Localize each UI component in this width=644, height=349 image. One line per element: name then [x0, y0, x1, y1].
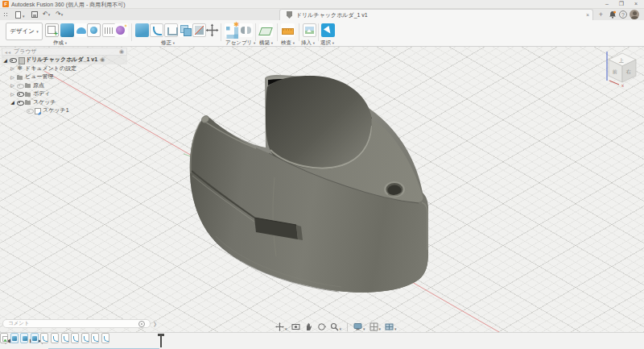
timeline-feature-fillet[interactable]: [101, 333, 109, 343]
browser-options-icon[interactable]: ◉: [119, 48, 124, 55]
fillet-button[interactable]: [150, 23, 163, 37]
zoom-tool[interactable]: ▾: [330, 322, 342, 331]
title-bar: F Autodesk Fusion 360 (個人用 - 商用利用不可) – ❐…: [0, 0, 644, 9]
fusion360-window: 上 前 右 x F Autodesk Fusion 360 (個人用 - 商用利…: [0, 0, 644, 349]
expand-icon[interactable]: ◢: [9, 99, 16, 105]
browser-row-bodies[interactable]: ▷ ボディ: [2, 89, 127, 98]
create-form-button[interactable]: [114, 23, 128, 37]
fusion-logo-icon: F: [2, 1, 9, 7]
document-tab[interactable]: ドリルチャックホルダ_1 v1 ×: [279, 9, 593, 20]
panel-label-insert[interactable]: 挿入 ▾: [301, 39, 315, 47]
pan-tool[interactable]: [304, 322, 313, 331]
viewports[interactable]: ▾: [385, 322, 397, 331]
timeline-feature-fillet[interactable]: [91, 333, 99, 343]
timeline-feature-fillet[interactable]: [71, 333, 79, 343]
timeline-feature-extrude[interactable]: [20, 333, 28, 343]
comment-marker-icon[interactable]: [138, 321, 145, 327]
select-button[interactable]: [321, 23, 335, 37]
panel-label-create[interactable]: 作成 ▾: [53, 39, 67, 47]
browser-row-view-management[interactable]: ▷ ビュー管理: [2, 73, 127, 81]
caret-icon: ▾: [394, 326, 397, 331]
measure-button[interactable]: [281, 23, 295, 37]
timeline-playhead[interactable]: [160, 334, 162, 347]
grid-and-snaps[interactable]: ▾: [369, 322, 382, 331]
visibility-eye-icon[interactable]: [16, 81, 23, 89]
look-at-tool[interactable]: [291, 322, 300, 331]
group-separator: [131, 23, 132, 41]
shell-button[interactable]: [164, 23, 178, 37]
group-separator: [255, 23, 256, 41]
joint-button[interactable]: [239, 23, 253, 37]
expand-icon[interactable]: ▷: [9, 74, 16, 80]
create-sketch-button[interactable]: [45, 23, 59, 37]
browser-collapse-icon[interactable]: ◂◂: [5, 49, 11, 55]
combine-button[interactable]: [179, 23, 192, 37]
expand-icon[interactable]: ◢: [2, 57, 9, 63]
timeline-feature-extrude[interactable]: [10, 333, 19, 343]
insert-button[interactable]: [303, 23, 316, 37]
minimize-button[interactable]: –: [601, 0, 613, 8]
browser-row-document-settings[interactable]: ▷ ✱ ドキュメントの設定: [2, 64, 127, 73]
timeline-feature-sketch[interactable]: [0, 333, 8, 343]
browser-header[interactable]: ◂◂ ブラウザ ◉: [2, 48, 127, 56]
timeline-feature-fillet[interactable]: [81, 333, 89, 343]
browser-row-document[interactable]: ◢ ドリルチャックホルダ_1 v1 ◉: [2, 56, 127, 64]
expand-icon[interactable]: ▷: [9, 91, 16, 97]
gear-icon: ✱: [16, 64, 23, 72]
user-avatar[interactable]: [630, 10, 639, 19]
browser-row-sketches[interactable]: ◢ スケッチ: [2, 98, 127, 107]
panel-label-assemble[interactable]: アセンブリ ▾: [225, 39, 255, 47]
new-component-button[interactable]: [225, 23, 238, 37]
visibility-eye-icon[interactable]: [16, 90, 23, 98]
document-tab-close-icon[interactable]: ×: [583, 12, 592, 18]
timeline-feature-fillet[interactable]: [51, 333, 59, 343]
caret-icon: ▾: [340, 326, 342, 331]
move-copy-button[interactable]: [205, 23, 219, 37]
visibility-eye-icon[interactable]: [26, 107, 33, 114]
timeline-feature-extrude[interactable]: [31, 333, 39, 343]
panel-label-select[interactable]: 選択 ▾: [320, 39, 334, 47]
close-button[interactable]: ×: [630, 0, 642, 8]
panel-label-construct[interactable]: 構築 ▾: [259, 39, 273, 47]
display-settings[interactable]: ▾: [353, 322, 365, 331]
construction-plane-button[interactable]: [259, 23, 273, 37]
comment-bar-chevron-icon[interactable]: ❯: [153, 321, 157, 326]
expand-icon[interactable]: ▷: [9, 82, 16, 88]
free-orbit-tool[interactable]: [317, 322, 326, 331]
undo-icon[interactable]: ↶▾: [43, 10, 50, 19]
document-version-dropdown-icon[interactable]: ◉: [100, 56, 105, 63]
comment-label: コメント: [8, 320, 138, 327]
panel-label-inspect[interactable]: 検査 ▾: [281, 39, 295, 47]
extrude-button[interactable]: [60, 23, 74, 37]
file-menu-icon[interactable]: [15, 11, 21, 19]
redo-icon[interactable]: ↷▾: [56, 10, 63, 19]
comment-bar[interactable]: コメント: [2, 319, 151, 328]
browser-panel: ◂◂ ブラウザ ◉ ◢ ドリルチャックホルダ_1 v1 ◉ ▷ ✱ ドキュメント…: [2, 48, 127, 115]
split-body-button[interactable]: [192, 23, 206, 37]
timeline-feature-fillet[interactable]: [40, 333, 48, 343]
file-menu-caret-icon[interactable]: ▾: [23, 14, 25, 19]
window-title: Autodesk Fusion 360 (個人用 - 商用利用不可): [11, 1, 126, 9]
data-panel-grid-icon[interactable]: [3, 12, 9, 18]
new-tab-button[interactable]: +: [597, 10, 605, 19]
timeline-feature-fillet[interactable]: [61, 333, 69, 343]
group-separator: [318, 23, 319, 41]
visibility-eye-icon[interactable]: [9, 56, 16, 64]
orbit-tool[interactable]: ▾: [275, 322, 287, 331]
notifications-bell-icon[interactable]: [609, 10, 617, 19]
restore-button[interactable]: ❐: [615, 0, 628, 8]
primitive-button[interactable]: [87, 23, 101, 37]
save-icon[interactable]: [31, 11, 38, 18]
help-button[interactable]: ?: [619, 10, 627, 19]
browser-title: ブラウザ: [14, 48, 119, 56]
visibility-eye-icon[interactable]: [16, 98, 23, 106]
ribbon-toolbar: デザイン ▾ ソリッド サーフェス シートメタル ツール: [0, 20, 644, 47]
browser-row-origin[interactable]: ▷ 原点: [2, 81, 127, 90]
navigation-bar: ▾ ▾ ▾ ▾ ▾: [275, 322, 397, 332]
workspace-design-dropdown[interactable]: デザイン ▾: [6, 23, 43, 40]
browser-row-sketch1[interactable]: スケッチ1: [2, 106, 127, 115]
panel-label-modify[interactable]: 修正 ▾: [161, 39, 175, 47]
caret-icon: ▾: [285, 326, 287, 331]
expand-icon[interactable]: ▷: [9, 65, 16, 71]
press-pull-button[interactable]: [135, 23, 149, 37]
